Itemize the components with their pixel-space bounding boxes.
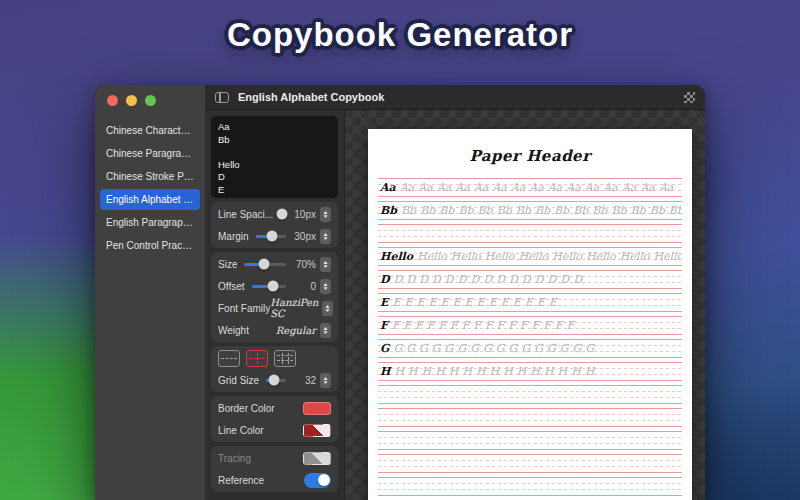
close-window-button[interactable] <box>107 95 118 106</box>
offset-label: Offset <box>218 281 245 292</box>
reference-label: Reference <box>218 475 264 486</box>
offset-stepper[interactable]: ▲▼ <box>320 279 331 294</box>
border-color-label: Border Color <box>218 403 275 414</box>
zoom-window-button[interactable] <box>145 95 156 106</box>
paper-header: Paper Header <box>376 147 684 165</box>
practice-row-4: DDDDDDDDDDDDDDDD <box>378 270 682 289</box>
grid-size-value: 32 <box>293 375 316 386</box>
border-color-swatch[interactable] <box>303 402 331 415</box>
size-label: Size <box>218 259 237 270</box>
font-family-value: HanziPen SC <box>270 297 318 319</box>
practice-row-letters: HHHHHHHHHHHHHHHH <box>378 363 682 380</box>
practice-row-letters: BbBbBbBbBbBbBbBbBbBbBbBbBbBbBbBb <box>378 202 682 219</box>
grid-style-cross-icon[interactable] <box>246 350 268 367</box>
font-family-row: Font Family HanziPen SC ▲▼ <box>218 297 331 319</box>
app-title: Copybook Generator <box>0 16 800 54</box>
sidebar-item-1[interactable]: Chinese Paragraph Cop... <box>100 143 200 164</box>
tracing-label: Tracing <box>218 453 251 464</box>
line-spacing-label: Line Spaci... <box>218 209 273 220</box>
app-window: Chinese Character Cop...Chinese Paragrap… <box>95 85 705 500</box>
control-panel: Aa Bb Hello D E F G H Line Spaci... 10px… <box>205 110 345 500</box>
sidebar-toggle-icon[interactable] <box>215 92 229 103</box>
sidebar-item-5[interactable]: Pen Control Practice C... <box>100 235 200 256</box>
sidebar-item-4[interactable]: English Paragraph Copy... <box>100 212 200 233</box>
copy-text-input[interactable]: Aa Bb Hello D E F G H <box>211 116 338 198</box>
grid-section: Grid Size 32 ▲▼ <box>211 346 338 392</box>
practice-row-1: BbBbBbBbBbBbBbBbBbBbBbBbBbBbBbBb <box>378 201 682 220</box>
line-spacing-stepper[interactable]: ▲▼ <box>320 207 331 222</box>
sidebar-item-3[interactable]: English Alphabet Copyb... <box>100 189 200 210</box>
margin-value: 30px <box>293 231 316 242</box>
practice-row-9 <box>378 385 682 404</box>
desktop-wallpaper: Copybook Generator Chinese Character Cop… <box>0 0 800 500</box>
sidebar: Chinese Character Cop...Chinese Paragrap… <box>95 85 205 500</box>
font-family-popup[interactable]: ▲▼ <box>322 301 333 316</box>
practice-row-letters: HelloHelloHelloHelloHelloHelloHelloHello… <box>378 248 682 265</box>
margin-label: Margin <box>218 231 249 242</box>
practice-row-12 <box>378 454 682 473</box>
margin-row: Margin 30px ▲▼ <box>218 225 331 247</box>
margin-stepper[interactable]: ▲▼ <box>320 229 331 244</box>
weight-popup[interactable]: ▲▼ <box>320 323 331 338</box>
line-spacing-slider[interactable] <box>280 213 286 216</box>
tracing-color-swatch[interactable] <box>303 452 331 465</box>
practice-row-5: EEEEEEEEEEEEEEE <box>378 293 682 312</box>
practice-row-letters: FFFFFFFFFFFFFFFFF <box>378 317 682 334</box>
window-content: Aa Bb Hello D E F G H Line Spaci... 10px… <box>205 110 705 500</box>
weight-value: Regular <box>276 325 316 336</box>
practice-row-6: FFFFFFFFFFFFFFFFF <box>378 316 682 335</box>
grid-style-row <box>218 347 331 369</box>
font-family-label: Font Family <box>218 303 270 314</box>
practice-row-letters: AaAaAaAaAaAaAaAaAaAaAaAaAaAaAaAa <box>378 179 682 196</box>
sidebar-item-2[interactable]: Chinese Stroke Practic... <box>100 166 200 187</box>
size-row: Size 70% ▲▼ <box>218 253 331 275</box>
sidebar-item-0[interactable]: Chinese Character Cop... <box>100 120 200 141</box>
reference-toggle[interactable] <box>304 473 331 488</box>
line-color-label: Line Color <box>218 425 264 436</box>
grid-style-grid-icon[interactable] <box>274 350 296 367</box>
practice-row-13 <box>378 477 682 496</box>
grid-size-label: Grid Size <box>218 375 259 386</box>
practice-row-letters: DDDDDDDDDDDDDDDD <box>378 271 682 288</box>
size-slider[interactable] <box>244 263 286 266</box>
offset-value: 0 <box>293 281 316 292</box>
weight-label: Weight <box>218 325 249 336</box>
window-titlebar: English Alphabet Copybook <box>205 85 705 110</box>
practice-rows: AaAaAaAaAaAaAaAaAaAaAaAaAaAaAaAaBbBbBbBb… <box>376 178 684 496</box>
practice-row-letters: EEEEEEEEEEEEEEE <box>378 294 682 311</box>
font-section: Size 70% ▲▼ Offset 0 ▲▼ Font Famil <box>211 252 338 342</box>
practice-row-letters: GGGGGGGGGGGGGGGGG <box>378 340 682 357</box>
window-title: English Alphabet Copybook <box>238 91 384 103</box>
line-spacing-row: Line Spaci... 10px ▲▼ <box>218 203 331 225</box>
main-area: English Alphabet Copybook Aa Bb Hello D … <box>205 85 705 500</box>
offset-slider[interactable] <box>252 285 287 288</box>
grid-size-slider[interactable] <box>266 379 286 382</box>
margin-slider[interactable] <box>256 235 286 238</box>
grid-size-row: Grid Size 32 ▲▼ <box>218 369 331 391</box>
grid-size-stepper[interactable]: ▲▼ <box>320 373 331 388</box>
preview-canvas[interactable]: Paper Header AaAaAaAaAaAaAaAaAaAaAaAaAaA… <box>345 110 705 500</box>
size-value: 70% <box>293 259 316 270</box>
grid-style-baseline-icon[interactable] <box>218 350 240 367</box>
options-section: Tracing Reference <box>211 446 338 492</box>
practice-row-11 <box>378 431 682 450</box>
copybook-paper: Paper Header AaAaAaAaAaAaAaAaAaAaAaAaAaA… <box>368 129 692 500</box>
practice-row-0: AaAaAaAaAaAaAaAaAaAaAaAaAaAaAaAa <box>378 178 682 197</box>
sidebar-template-list: Chinese Character Cop...Chinese Paragrap… <box>95 120 205 258</box>
tracing-row: Tracing <box>218 447 331 469</box>
practice-row-2 <box>378 224 682 243</box>
practice-row-7: GGGGGGGGGGGGGGGGG <box>378 339 682 358</box>
size-stepper[interactable]: ▲▼ <box>320 257 331 272</box>
line-color-swatch[interactable] <box>303 424 331 437</box>
traffic-lights <box>95 85 205 114</box>
practice-row-3: HelloHelloHelloHelloHelloHelloHelloHello… <box>378 247 682 266</box>
reference-row: Reference <box>218 469 331 491</box>
spacing-section: Line Spaci... 10px ▲▼ Margin 30px ▲▼ <box>211 202 338 248</box>
minimize-window-button[interactable] <box>126 95 137 106</box>
transparency-grid-icon[interactable] <box>684 92 695 103</box>
weight-row: Weight Regular ▲▼ <box>218 319 331 341</box>
line-spacing-value: 10px <box>293 209 316 220</box>
practice-row-10 <box>378 408 682 427</box>
line-color-row: Line Color <box>218 419 331 441</box>
practice-row-8: HHHHHHHHHHHHHHHH <box>378 362 682 381</box>
